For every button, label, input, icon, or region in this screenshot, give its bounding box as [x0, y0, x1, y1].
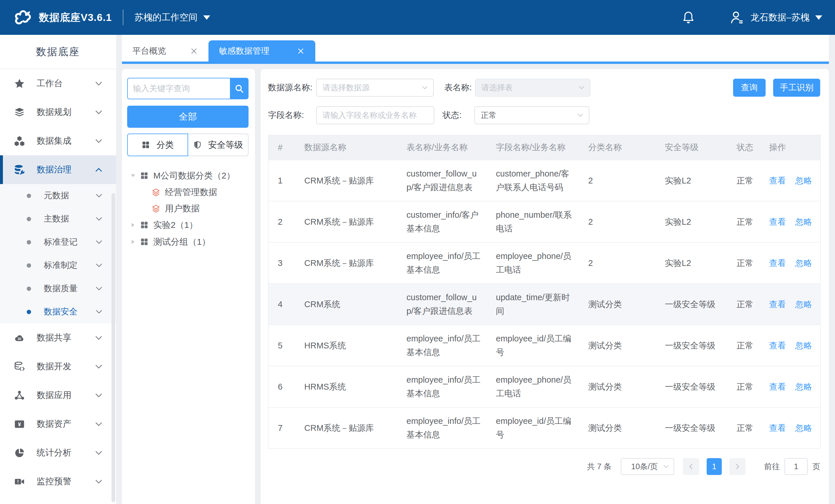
table-select[interactable]: 请选择表	[475, 79, 591, 97]
view-link[interactable]: 查看	[769, 423, 786, 432]
cell-idx: 4	[268, 284, 297, 325]
sidebar-subitem-label: 元数据	[44, 190, 69, 201]
caret-down-icon[interactable]	[815, 15, 822, 20]
tab-bar: 平台概览敏感数据管理	[122, 35, 829, 64]
tab-sensitive-data-management[interactable]: 敏感数据管理	[208, 40, 315, 62]
tree-node-m-company-classification[interactable]: M公司数据分类（2）	[127, 167, 248, 184]
page-number-1[interactable]: 1	[707, 458, 722, 475]
ignore-link[interactable]: 忽略	[795, 423, 812, 432]
ignore-link[interactable]: 忽略	[795, 176, 812, 185]
cell-source: HRMS系统	[297, 366, 400, 407]
view-link[interactable]: 查看	[769, 217, 786, 226]
chevron-down-icon	[94, 362, 103, 371]
cell-category: 2	[581, 201, 658, 242]
sidebar-subitem-standard-registration[interactable]: 标准登记	[0, 230, 116, 254]
sidebar-item-label: 数据集成	[37, 135, 72, 147]
notification-bell-icon[interactable]	[681, 10, 695, 25]
svg-text:!: !	[17, 479, 19, 485]
bullet-icon	[27, 217, 31, 221]
view-link[interactable]: 查看	[769, 382, 786, 391]
caret-right-icon[interactable]	[129, 222, 137, 228]
view-link[interactable]: 查看	[769, 258, 786, 268]
chevron-down-icon	[94, 79, 103, 88]
sidebar-item-data-planning[interactable]: 数据规划	[0, 98, 116, 126]
chevron-down-icon	[95, 238, 103, 246]
tab-platform-overview[interactable]: 平台概览	[122, 40, 208, 62]
ignore-link[interactable]: 忽略	[795, 258, 812, 268]
chevron-down-icon	[95, 191, 103, 200]
sidebar-subitem-standard-formulation[interactable]: 标准制定	[0, 254, 116, 277]
close-icon[interactable]	[297, 47, 305, 55]
sidebar-item-data-application[interactable]: 数据应用	[0, 381, 116, 410]
sidebar-scrollbar[interactable]	[111, 193, 115, 502]
cell-level: 实验L2	[658, 242, 730, 284]
sidebar-item-label: 数据规划	[37, 106, 72, 118]
sidebar-item-data-integration[interactable]: 数据集成	[0, 126, 116, 155]
cell-idx: 3	[268, 242, 297, 284]
cell-category: 测试分类	[581, 284, 658, 325]
status-select[interactable]: 正常	[474, 106, 589, 124]
page-size-select[interactable]: 10条/页	[621, 458, 674, 475]
search-button[interactable]	[230, 78, 248, 99]
cell-table: employee_info/员工基本信息	[400, 366, 489, 407]
ignore-link[interactable]: 忽略	[795, 300, 812, 309]
tree-node-test-group[interactable]: 测试分组（1）	[127, 234, 248, 250]
tree-node-user-data[interactable]: 用户数据	[127, 200, 248, 217]
sidebar-item-statistics-analysis[interactable]: 统计分析	[0, 438, 116, 467]
keyword-search-input[interactable]	[127, 78, 230, 99]
field-name-input[interactable]	[316, 106, 434, 124]
cell-level: 一级安全等级	[658, 407, 730, 448]
sidebar-item-data-assets[interactable]: ¥数据资产	[0, 410, 116, 438]
manual-identify-button[interactable]: 手工识别	[773, 79, 820, 97]
next-page-button[interactable]	[729, 458, 746, 475]
sidebar-item-monitoring-alert[interactable]: !监控预警	[0, 467, 116, 496]
bullet-icon	[27, 240, 31, 244]
sidebar-item-data-development[interactable]: 数据开发	[0, 352, 116, 381]
asset-icon: ¥	[14, 419, 25, 430]
toggle-security-level-label: 安全等级	[208, 139, 243, 151]
caret-down-icon[interactable]	[129, 172, 137, 179]
svg-text:¥: ¥	[18, 421, 21, 427]
pie-icon	[14, 447, 25, 459]
layers-red-icon	[151, 204, 160, 213]
sidebar-subitem-metadata[interactable]: 元数据	[0, 184, 116, 207]
chevron-down-icon	[94, 391, 103, 400]
chevron-down-icon	[95, 307, 103, 316]
chevron-down-icon	[663, 463, 670, 470]
query-button[interactable]: 查询	[733, 79, 766, 97]
ignore-link[interactable]: 忽略	[795, 341, 812, 350]
workspace-switcher[interactable]: 苏槐的工作空间	[135, 11, 210, 23]
view-link[interactable]: 查看	[769, 176, 786, 185]
toggle-classification[interactable]: 分类	[127, 134, 188, 156]
datasource-select[interactable]: 请选择数据源	[316, 79, 434, 97]
sidebar-item-data-governance[interactable]: 数据治理	[0, 155, 116, 184]
tree-node-experiment-2[interactable]: 实验2（1）	[127, 217, 248, 234]
sidebar-subitem-data-quality[interactable]: 数据质量	[0, 277, 116, 300]
view-link[interactable]: 查看	[769, 341, 786, 350]
sidebar-subitem-master-data[interactable]: 主数据	[0, 207, 116, 230]
column-header: 操作	[762, 135, 820, 160]
ignore-link[interactable]: 忽略	[795, 217, 812, 226]
cell-status: 正常	[730, 160, 762, 201]
sidebar-item-data-sharing[interactable]: 数据共享	[0, 323, 116, 352]
cell-table: customer_follow_up/客户跟进信息表	[400, 160, 489, 201]
sidebar-item-workbench[interactable]: 工作台	[0, 69, 116, 98]
sidebar-item-label: 数据应用	[37, 389, 72, 401]
table-row: 2CRM系统－贴源库customer_info/客户基本信息phone_numb…	[268, 201, 820, 242]
close-icon[interactable]	[190, 47, 198, 55]
sensitive-data-table: #数据源名称表名称/业务名称字段名称/业务名称分类名称安全等级状态操作 1CRM…	[268, 135, 820, 449]
prev-page-button[interactable]	[683, 458, 699, 475]
grid-icon	[141, 141, 150, 149]
view-link[interactable]: 查看	[769, 300, 786, 309]
ignore-link[interactable]: 忽略	[795, 382, 812, 391]
all-filter-button[interactable]: 全部	[127, 106, 248, 128]
cell-source: CRM系统－贴源库	[297, 201, 400, 242]
goto-page-input[interactable]	[785, 458, 808, 475]
caret-right-icon[interactable]	[129, 238, 137, 245]
sidebar-subitem-data-security[interactable]: 数据安全	[0, 300, 116, 323]
toggle-security-level[interactable]: 安全等级	[187, 134, 248, 156]
cell-field: phone_number/联系电话	[489, 201, 581, 242]
tree-node-business-management-data[interactable]: 经营管理数据	[127, 184, 248, 200]
tree-node-label: 经营管理数据	[165, 186, 217, 198]
column-header: 分类名称	[581, 135, 658, 160]
